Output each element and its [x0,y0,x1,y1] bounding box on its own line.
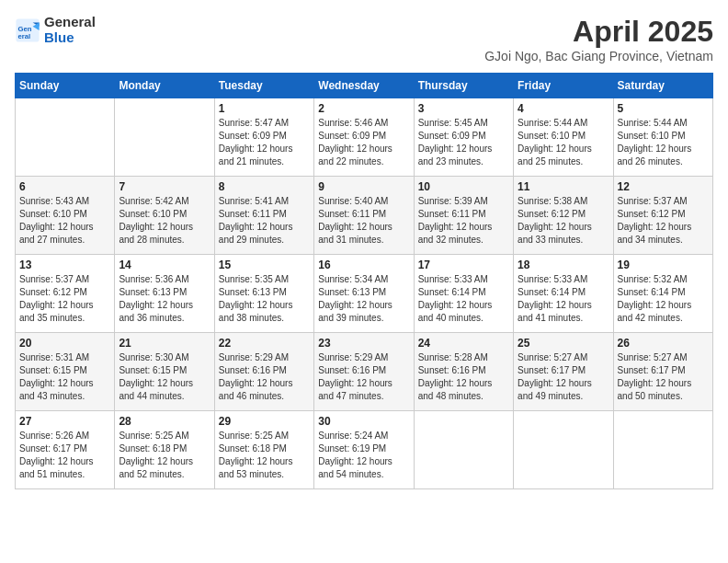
day-info: Sunrise: 5:34 AM Sunset: 6:13 PM Dayligh… [318,273,409,325]
day-number: 10 [418,180,509,193]
calendar-cell: 15Sunrise: 5:35 AM Sunset: 6:13 PM Dayli… [214,255,313,333]
calendar-cell: 22Sunrise: 5:29 AM Sunset: 6:16 PM Dayli… [214,333,313,411]
day-info: Sunrise: 5:29 AM Sunset: 6:16 PM Dayligh… [219,351,310,403]
day-number: 16 [318,259,409,271]
day-info: Sunrise: 5:45 AM Sunset: 6:09 PM Dayligh… [418,117,509,168]
day-info: Sunrise: 5:27 AM Sunset: 6:17 PM Dayligh… [618,351,709,403]
calendar-week-row: 6Sunrise: 5:43 AM Sunset: 6:10 PM Daylig… [16,177,713,255]
calendar-cell: 6Sunrise: 5:43 AM Sunset: 6:10 PM Daylig… [16,177,115,255]
day-number: 3 [418,102,509,115]
calendar-cell: 24Sunrise: 5:28 AM Sunset: 6:16 PM Dayli… [414,333,513,411]
calendar-cell: 25Sunrise: 5:27 AM Sunset: 6:17 PM Dayli… [514,333,613,411]
day-number: 18 [518,259,609,271]
day-info: Sunrise: 5:32 AM Sunset: 6:14 PM Dayligh… [618,273,709,325]
day-number: 30 [318,415,409,428]
calendar-cell: 20Sunrise: 5:31 AM Sunset: 6:15 PM Dayli… [16,333,115,411]
day-number: 20 [19,337,110,350]
day-number: 8 [219,180,310,193]
svg-text:eral: eral [18,32,31,40]
day-number: 13 [19,259,110,271]
calendar-cell: 16Sunrise: 5:34 AM Sunset: 6:13 PM Dayli… [314,255,414,333]
day-info: Sunrise: 5:35 AM Sunset: 6:13 PM Dayligh… [219,273,310,325]
calendar-cell: 9Sunrise: 5:40 AM Sunset: 6:11 PM Daylig… [314,177,414,255]
calendar-cell: 11Sunrise: 5:38 AM Sunset: 6:12 PM Dayli… [514,177,613,255]
calendar-cell: 3Sunrise: 5:45 AM Sunset: 6:09 PM Daylig… [414,98,513,177]
day-info: Sunrise: 5:25 AM Sunset: 6:18 PM Dayligh… [219,430,310,481]
day-info: Sunrise: 5:37 AM Sunset: 6:12 PM Dayligh… [618,195,709,247]
day-number: 9 [318,180,409,193]
day-info: Sunrise: 5:46 AM Sunset: 6:09 PM Dayligh… [318,117,409,168]
day-info: Sunrise: 5:26 AM Sunset: 6:17 PM Dayligh… [19,430,110,481]
calendar-cell [414,411,513,489]
day-number: 5 [618,102,709,115]
calendar-cell [514,411,613,489]
day-number: 21 [119,337,210,350]
calendar-cell: 4Sunrise: 5:44 AM Sunset: 6:10 PM Daylig… [514,98,613,177]
col-header-saturday: Saturday [613,74,712,98]
day-info: Sunrise: 5:39 AM Sunset: 6:11 PM Dayligh… [418,195,509,247]
calendar-body: 1Sunrise: 5:47 AM Sunset: 6:09 PM Daylig… [16,98,713,489]
col-header-tuesday: Tuesday [214,74,313,98]
day-info: Sunrise: 5:24 AM Sunset: 6:19 PM Dayligh… [318,430,409,481]
day-number: 22 [219,337,310,350]
calendar-cell: 26Sunrise: 5:27 AM Sunset: 6:17 PM Dayli… [613,333,712,411]
calendar-cell: 10Sunrise: 5:39 AM Sunset: 6:11 PM Dayli… [414,177,513,255]
day-info: Sunrise: 5:27 AM Sunset: 6:17 PM Dayligh… [518,351,609,403]
day-info: Sunrise: 5:33 AM Sunset: 6:14 PM Dayligh… [518,273,609,325]
calendar-week-row: 27Sunrise: 5:26 AM Sunset: 6:17 PM Dayli… [16,411,713,489]
day-number: 28 [119,415,210,428]
day-info: Sunrise: 5:43 AM Sunset: 6:10 PM Dayligh… [19,195,110,247]
calendar-cell: 29Sunrise: 5:25 AM Sunset: 6:18 PM Dayli… [214,411,313,489]
calendar-cell: 23Sunrise: 5:29 AM Sunset: 6:16 PM Dayli… [314,333,414,411]
day-info: Sunrise: 5:38 AM Sunset: 6:12 PM Dayligh… [518,195,609,247]
calendar-cell: 7Sunrise: 5:42 AM Sunset: 6:10 PM Daylig… [115,177,214,255]
col-header-monday: Monday [115,74,214,98]
day-number: 23 [318,337,409,350]
day-number: 27 [19,415,110,428]
day-number: 2 [318,102,409,115]
logo-icon: Gen eral [15,17,40,43]
day-number: 25 [518,337,609,350]
day-number: 12 [618,180,709,193]
calendar-cell [613,411,712,489]
day-info: Sunrise: 5:28 AM Sunset: 6:16 PM Dayligh… [418,351,509,403]
calendar-week-row: 1Sunrise: 5:47 AM Sunset: 6:09 PM Daylig… [16,98,713,177]
calendar-cell: 27Sunrise: 5:26 AM Sunset: 6:17 PM Dayli… [16,411,115,489]
day-info: Sunrise: 5:25 AM Sunset: 6:18 PM Dayligh… [119,430,210,481]
calendar-cell: 5Sunrise: 5:44 AM Sunset: 6:10 PM Daylig… [613,98,712,177]
logo-text: General Blue [44,15,96,45]
calendar-cell: 18Sunrise: 5:33 AM Sunset: 6:14 PM Dayli… [514,255,613,333]
day-info: Sunrise: 5:30 AM Sunset: 6:15 PM Dayligh… [119,351,210,403]
calendar-cell: 21Sunrise: 5:30 AM Sunset: 6:15 PM Dayli… [115,333,214,411]
day-info: Sunrise: 5:31 AM Sunset: 6:15 PM Dayligh… [19,351,110,403]
day-number: 17 [418,259,509,271]
calendar-title: April 2025 [484,15,713,49]
day-number: 11 [518,180,609,193]
calendar-cell [16,98,115,177]
calendar-header-row: SundayMondayTuesdayWednesdayThursdayFrid… [16,74,713,98]
day-info: Sunrise: 5:42 AM Sunset: 6:10 PM Dayligh… [119,195,210,247]
day-info: Sunrise: 5:36 AM Sunset: 6:13 PM Dayligh… [119,273,210,325]
day-info: Sunrise: 5:37 AM Sunset: 6:12 PM Dayligh… [19,273,110,325]
calendar-cell [115,98,214,177]
calendar-subtitle: GJoi Ngo, Bac Giang Province, Vietnam [484,49,713,63]
calendar-week-row: 20Sunrise: 5:31 AM Sunset: 6:15 PM Dayli… [16,333,713,411]
calendar-title-area: April 2025 GJoi Ngo, Bac Giang Province,… [484,15,713,63]
day-number: 15 [219,259,310,271]
calendar-cell: 12Sunrise: 5:37 AM Sunset: 6:12 PM Dayli… [613,177,712,255]
col-header-friday: Friday [514,74,613,98]
day-info: Sunrise: 5:47 AM Sunset: 6:09 PM Dayligh… [219,117,310,168]
logo: Gen eral General Blue [15,15,96,45]
day-number: 1 [219,102,310,115]
calendar-table: SundayMondayTuesdayWednesdayThursdayFrid… [15,73,713,489]
day-info: Sunrise: 5:40 AM Sunset: 6:11 PM Dayligh… [318,195,409,247]
page-header: Gen eral General Blue April 2025 GJoi Ng… [15,15,713,63]
calendar-cell: 14Sunrise: 5:36 AM Sunset: 6:13 PM Dayli… [115,255,214,333]
day-info: Sunrise: 5:44 AM Sunset: 6:10 PM Dayligh… [618,117,709,168]
calendar-cell: 30Sunrise: 5:24 AM Sunset: 6:19 PM Dayli… [314,411,414,489]
day-info: Sunrise: 5:44 AM Sunset: 6:10 PM Dayligh… [518,117,609,168]
day-info: Sunrise: 5:41 AM Sunset: 6:11 PM Dayligh… [219,195,310,247]
calendar-cell: 13Sunrise: 5:37 AM Sunset: 6:12 PM Dayli… [16,255,115,333]
day-number: 6 [19,180,110,193]
day-number: 24 [418,337,509,350]
